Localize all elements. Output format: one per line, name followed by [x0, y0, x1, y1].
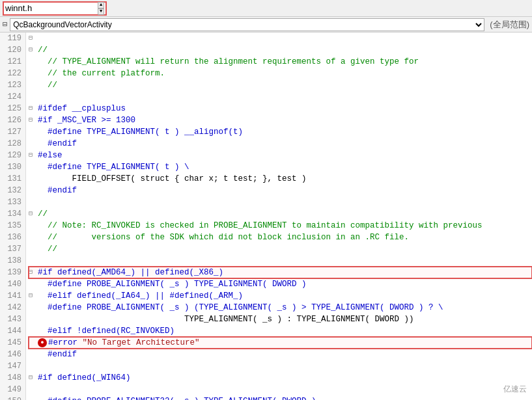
line-text-127: #define TYPE_ALIGNMENT( t ) __alignof(t) — [38, 126, 532, 138]
code-line-135: // Note: RC_INVOKED is checked in PROBE_… — [29, 220, 532, 232]
collapse-icon-125[interactable]: ⊟ — [29, 103, 38, 114]
spin-up[interactable]: ▲ — [98, 2, 104, 8]
code-line-145: ●#error "No Target Architecture" — [29, 337, 532, 349]
code-line-137: // — [29, 243, 532, 255]
line-text-122: // the current platform. — [38, 68, 532, 79]
code-line-134: ⊟// — [29, 208, 532, 220]
code-line-140: #define PROBE_ALIGNMENT( _s ) TYPE_ALIGN… — [29, 278, 532, 290]
collapse-icon-134[interactable]: ⊟ — [29, 208, 38, 220]
line-text-134: // — [38, 208, 532, 220]
line-text-145: #error "No Target Architecture" — [48, 337, 532, 349]
spin-down[interactable]: ▼ — [98, 8, 104, 15]
code-line-146: #endif — [29, 349, 532, 360]
line-text-140: #define PROBE_ALIGNMENT( _s ) TYPE_ALIGN… — [38, 278, 532, 290]
code-line-123: // — [29, 79, 532, 91]
line-text-142: #define PROBE_ALIGNMENT( _s ) (TYPE_ALIG… — [38, 302, 532, 313]
code-line-124 — [29, 91, 532, 103]
line-text-129: #else — [38, 150, 532, 161]
toolbar-row1: ▲ ▼ — [0, 0, 532, 17]
code-line-142: #define PROBE_ALIGNMENT( _s ) (TYPE_ALIG… — [29, 302, 532, 313]
code-line-125: ⊟#ifdef __cplusplus — [29, 103, 532, 114]
code-line-138 — [29, 255, 532, 267]
line-text-148: #if defined(_WIN64) — [38, 372, 532, 384]
code-line-131: FIELD_OFFSET( struct { char x; t test; }… — [29, 173, 532, 185]
line-text-121: // TYPE_ALIGNMENT will return the alignm… — [38, 56, 532, 68]
line-text-143: TYPE_ALIGNMENT( _s ) : TYPE_ALIGNMENT( D… — [38, 313, 532, 325]
collapse-icon-148[interactable]: ⊟ — [29, 372, 38, 384]
code-line-126: ⊟#if _MSC_VER >= 1300 — [29, 114, 532, 126]
line-text-135: // Note: RC_INVOKED is checked in PROBE_… — [38, 220, 532, 232]
code-content[interactable]: ⊟⊟// // TYPE_ALIGNMENT will return the a… — [26, 33, 532, 400]
code-line-136: // versions of the SDK which did not blo… — [29, 232, 532, 243]
code-line-144: #elif !defined(RC_INVOKED) — [29, 325, 532, 337]
collapse-icon-119[interactable]: ⊟ — [29, 33, 38, 44]
code-line-130: #define TYPE_ALIGNMENT( t ) \ — [29, 161, 532, 173]
line-text-132: #endif — [38, 185, 532, 196]
collapse-icon-129[interactable]: ⊟ — [29, 150, 38, 161]
toolbar-row2: ⊟ QcBackgroundVectorActivity (全局范围) — [0, 17, 532, 33]
line-text-128: #endif — [38, 138, 532, 150]
code-line-129: ⊟#else — [29, 150, 532, 161]
file-input-wrapper[interactable]: ▲ ▼ — [3, 1, 107, 16]
code-line-121: // TYPE_ALIGNMENT will return the alignm… — [29, 56, 532, 68]
line-numbers: 1191201211221231241251261271281291301311… — [0, 33, 26, 400]
line-text-150: #define PROBE_ALIGNMENT32( _s ) TYPE_ALI… — [38, 395, 532, 400]
code-line-120: ⊟// — [29, 44, 532, 56]
watermark: 亿速云 — [503, 384, 527, 395]
line-text-126: #if _MSC_VER >= 1300 — [38, 114, 532, 126]
line-text-139: #if defined(_AMD64_) || defined(_X86_) — [38, 267, 532, 278]
symbol-icon: ⊟ — [3, 20, 7, 29]
code-line-119: ⊟ — [29, 33, 532, 44]
line-text-120: // — [38, 44, 532, 56]
code-line-141: ⊟ #elif defined(_IA64_) || #defined(_ARM… — [29, 290, 532, 302]
line-text-123: // — [38, 79, 532, 91]
code-line-147 — [29, 360, 532, 372]
code-line-133 — [29, 196, 532, 208]
code-line-149 — [29, 384, 532, 395]
collapse-icon-126[interactable]: ⊟ — [29, 114, 38, 126]
code-line-143: TYPE_ALIGNMENT( _s ) : TYPE_ALIGNMENT( D… — [29, 313, 532, 325]
code-line-150: #define PROBE_ALIGNMENT32( _s ) TYPE_ALI… — [29, 395, 532, 400]
line-text-146: #endif — [38, 349, 532, 360]
code-line-132: #endif — [29, 185, 532, 196]
code-line-127: #define TYPE_ALIGNMENT( t ) __alignof(t) — [29, 126, 532, 138]
collapse-icon-141[interactable]: ⊟ — [29, 290, 38, 302]
collapse-icon-139[interactable]: ⊟ — [29, 267, 38, 278]
code-line-122: // the current platform. — [29, 68, 532, 79]
file-input[interactable] — [5, 3, 96, 13]
error-marker: ● — [38, 338, 47, 347]
code-line-148: ⊟#if defined(_WIN64) — [29, 372, 532, 384]
line-text-137: // — [38, 243, 532, 255]
range-label: (全局范围) — [490, 19, 529, 31]
line-text-125: #ifdef __cplusplus — [38, 103, 532, 114]
scope-select[interactable]: QcBackgroundVectorActivity — [10, 18, 484, 31]
line-text-141: #elif defined(_IA64_) || #defined(_ARM_) — [38, 290, 532, 302]
line-text-131: FIELD_OFFSET( struct { char x; t test; }… — [38, 173, 532, 185]
code-area: 1191201211221231241251261271281291301311… — [0, 33, 532, 400]
line-text-144: #elif !defined(RC_INVOKED) — [38, 325, 532, 337]
line-text-136: // versions of the SDK which did not blo… — [38, 232, 532, 243]
code-line-128: #endif — [29, 138, 532, 150]
code-line-139: ⊟#if defined(_AMD64_) || defined(_X86_) — [29, 267, 532, 278]
collapse-icon-120[interactable]: ⊟ — [29, 44, 38, 56]
spin-buttons[interactable]: ▲ ▼ — [98, 2, 104, 15]
line-text-130: #define TYPE_ALIGNMENT( t ) \ — [38, 161, 532, 173]
